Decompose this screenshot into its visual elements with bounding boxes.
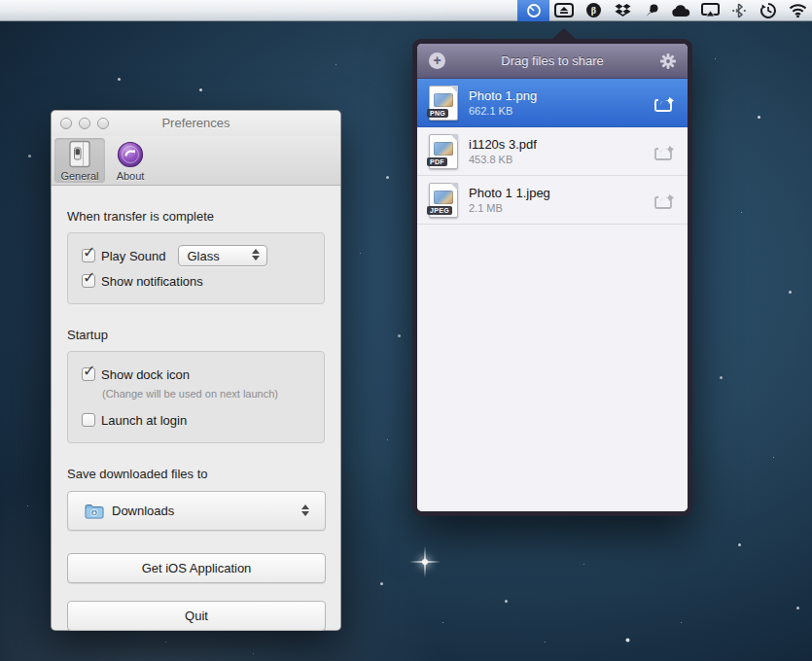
close-button[interactable] [60,118,72,129]
popover-header: + Drag files to share [417,44,688,79]
airplay-icon [701,3,720,17]
bluetooth-menu-icon[interactable] [724,0,754,21]
popover-title: Drag files to share [501,53,604,68]
share-icon [653,142,676,161]
pushpin-icon [644,3,659,18]
tab-general-label: General [60,170,98,182]
preferences-window: Preferences General [51,110,341,631]
file-row[interactable]: PNG Photo 1.png 662.1 KB [417,79,688,127]
share-button[interactable] [653,142,676,161]
get-ios-app-button[interactable]: Get iOS Application [67,553,326,583]
menu-bar: β [0,0,812,21]
startup-heading: Startup [67,328,325,342]
tab-about-label: About [117,170,145,182]
eject-icon [554,3,574,17]
desktop: β [0,0,812,661]
time-machine-menu-icon[interactable] [754,0,783,21]
play-sound-label: Play Sound [101,249,166,263]
svg-text:β: β [590,5,595,16]
zoom-button[interactable] [97,118,109,129]
cloud-icon [671,4,690,17]
launch-at-login-label: Launch at login [101,413,187,428]
checkmark-icon: ✓ [83,268,95,287]
show-dock-icon-checkbox[interactable]: ✓ [82,367,95,381]
stepper-arrows-icon [301,504,309,516]
show-dock-icon-label: Show dock icon [101,367,190,382]
transfer-app-menu-icon[interactable] [517,0,549,21]
minimize-button[interactable] [79,118,90,129]
download-folder-select[interactable]: Downloads [67,491,326,531]
file-list: PNG Photo 1.png 662.1 KB [417,79,688,225]
sound-select[interactable]: Glass [178,245,267,266]
save-to-heading: Save downloaded files to [67,467,325,481]
downloads-folder-icon [85,504,104,519]
pin-menu-icon[interactable] [637,0,666,21]
download-folder-value: Downloads [112,504,174,518]
time-machine-icon [759,2,777,18]
share-button[interactable] [653,191,676,210]
wifi-menu-icon[interactable] [783,0,812,21]
play-sound-checkbox[interactable]: ✓ [82,249,95,262]
jpeg-file-icon: JPEG [429,183,458,218]
transfer-complete-heading: When transfer is complete [67,209,325,224]
share-icon [653,93,676,113]
show-notifications-label: Show notifications [101,274,203,289]
cloud-menu-icon[interactable] [666,0,695,21]
about-icon [116,140,145,169]
file-row[interactable]: JPEG Photo 1 1.jpeg 2.1 MB [417,176,688,225]
dropbox-menu-icon[interactable] [608,0,637,21]
share-popover: + Drag files to share [412,39,692,516]
launch-at-login-checkbox[interactable]: ✓ [82,413,95,427]
file-name: i1120s 3.pdf [469,137,653,152]
checkmark-icon: ✓ [83,362,95,380]
wifi-icon [789,4,807,17]
file-name: Photo 1.png [469,88,653,103]
png-file-icon: PNG [429,86,458,121]
sound-select-value: Glass [188,249,220,263]
beta-icon: β [585,2,602,18]
transfer-complete-group: ✓ Play Sound Glass ✓ Show notifications [67,232,325,304]
share-button[interactable] [653,93,676,113]
file-size: 662.1 KB [469,105,653,117]
show-notifications-checkbox[interactable]: ✓ [82,274,95,288]
file-size: 453.8 KB [469,154,653,165]
eject-box-menu-icon[interactable] [549,0,579,21]
stepper-arrows-icon [252,249,260,261]
popover-arrow [551,28,577,40]
drop-zone[interactable] [417,225,688,511]
clock-icon [526,3,542,18]
tab-about[interactable]: About [105,138,156,183]
preferences-toolbar: General About [52,136,340,186]
pdf-file-icon: PDF [429,134,458,169]
add-file-button[interactable]: + [429,52,445,69]
share-icon [653,191,676,210]
startup-group: ✓ Show dock icon (Change will be used on… [67,351,325,443]
file-name: Photo 1 1.jpeg [469,186,653,200]
beta-app-menu-icon[interactable]: β [579,0,608,21]
title-bar[interactable]: Preferences [52,111,340,136]
bluetooth-icon [731,3,747,18]
light-switch-icon [67,140,92,169]
gear-icon [659,52,677,70]
file-size: 2.1 MB [469,202,653,214]
file-row[interactable]: PDF i1120s 3.pdf 453.8 KB [417,127,688,176]
settings-gear-button[interactable] [659,52,677,70]
dropbox-icon [615,3,631,18]
tab-general[interactable]: General [54,138,105,183]
checkmark-icon: ✓ [83,243,95,261]
dock-change-note: (Change will be used on next launch) [102,388,310,400]
airplay-menu-icon[interactable] [695,0,724,21]
quit-button[interactable]: Quit [67,601,326,631]
